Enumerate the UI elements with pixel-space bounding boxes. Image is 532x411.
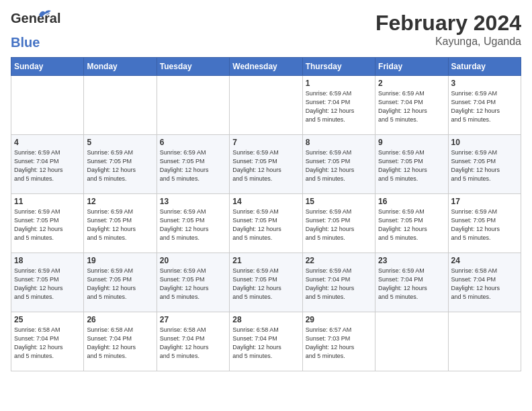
calendar-day-cell: 16Sunrise: 6:59 AM Sunset: 7:05 PM Dayli… [375,194,448,253]
logo-text: Blue [11,35,40,50]
day-info: Sunrise: 6:59 AM Sunset: 7:05 PM Dayligh… [451,148,518,183]
day-number: 19 [87,256,153,265]
day-number: 24 [451,256,518,265]
day-info: Sunrise: 6:59 AM Sunset: 7:04 PM Dayligh… [306,267,372,302]
calendar-day-cell [375,312,448,371]
day-info: Sunrise: 6:58 AM Sunset: 7:04 PM Dayligh… [232,326,299,361]
day-info: Sunrise: 6:59 AM Sunset: 7:05 PM Dayligh… [232,267,299,302]
weekday-header-cell: Tuesday [157,58,229,76]
day-info: Sunrise: 6:59 AM Sunset: 7:05 PM Dayligh… [306,148,372,183]
day-info: Sunrise: 6:59 AM Sunset: 7:04 PM Dayligh… [14,148,81,183]
calendar-day-cell: 13Sunrise: 6:59 AM Sunset: 7:05 PM Dayli… [157,194,229,253]
day-number: 15 [306,197,372,206]
calendar-day-cell [448,312,521,371]
day-info: Sunrise: 6:59 AM Sunset: 7:05 PM Dayligh… [306,208,372,242]
day-info: Sunrise: 6:59 AM Sunset: 7:05 PM Dayligh… [160,148,226,183]
calendar-week-row: 1Sunrise: 6:59 AM Sunset: 7:04 PM Daylig… [11,76,521,135]
day-info: Sunrise: 6:57 AM Sunset: 7:03 PM Dayligh… [306,326,372,361]
calendar-day-cell: 17Sunrise: 6:59 AM Sunset: 7:05 PM Dayli… [448,194,521,253]
calendar-week-row: 11Sunrise: 6:59 AM Sunset: 7:05 PM Dayli… [11,194,521,253]
calendar-day-cell [11,76,84,135]
calendar-day-cell: 18Sunrise: 6:59 AM Sunset: 7:05 PM Dayli… [11,253,84,312]
calendar-day-cell: 27Sunrise: 6:58 AM Sunset: 7:04 PM Dayli… [157,312,229,371]
day-number: 29 [306,315,372,324]
day-number: 25 [14,315,81,324]
weekday-header-cell: Monday [84,58,157,76]
day-number: 2 [378,79,445,88]
calendar-day-cell: 20Sunrise: 6:59 AM Sunset: 7:05 PM Dayli… [157,253,229,312]
calendar-day-cell: 8Sunrise: 6:59 AM Sunset: 7:05 PM Daylig… [302,135,375,194]
day-info: Sunrise: 6:59 AM Sunset: 7:05 PM Dayligh… [378,208,445,242]
calendar-day-cell: 2Sunrise: 6:59 AM Sunset: 7:04 PM Daylig… [375,76,448,135]
day-info: Sunrise: 6:58 AM Sunset: 7:04 PM Dayligh… [160,326,226,361]
logo-blue: Blue [11,35,40,50]
calendar-day-cell: 28Sunrise: 6:58 AM Sunset: 7:04 PM Dayli… [230,312,302,371]
calendar-day-cell: 23Sunrise: 6:59 AM Sunset: 7:04 PM Dayli… [375,253,448,312]
location-subtitle: Kayunga, Uganda [375,36,521,48]
day-info: Sunrise: 6:59 AM Sunset: 7:04 PM Dayligh… [378,89,445,124]
day-info: Sunrise: 6:59 AM Sunset: 7:05 PM Dayligh… [87,208,153,242]
weekday-header-cell: Friday [375,58,448,76]
calendar-day-cell: 5Sunrise: 6:59 AM Sunset: 7:05 PM Daylig… [84,135,157,194]
day-info: Sunrise: 6:59 AM Sunset: 7:05 PM Dayligh… [160,267,226,302]
calendar-day-cell: 24Sunrise: 6:58 AM Sunset: 7:04 PM Dayli… [448,253,521,312]
day-number: 10 [451,138,518,147]
calendar-day-cell: 9Sunrise: 6:59 AM Sunset: 7:05 PM Daylig… [375,135,448,194]
logo: General Blue [11,11,40,50]
weekday-header-cell: Sunday [11,58,84,76]
day-info: Sunrise: 6:59 AM Sunset: 7:05 PM Dayligh… [378,148,445,183]
day-info: Sunrise: 6:59 AM Sunset: 7:05 PM Dayligh… [14,267,81,302]
calendar-day-cell: 1Sunrise: 6:59 AM Sunset: 7:04 PM Daylig… [302,76,375,135]
day-info: Sunrise: 6:59 AM Sunset: 7:05 PM Dayligh… [232,148,299,183]
day-number: 7 [232,138,299,147]
page-header: General Blue February 2024 Kayunga, Ugan… [11,11,521,50]
calendar-day-cell: 26Sunrise: 6:58 AM Sunset: 7:04 PM Dayli… [84,312,157,371]
calendar-week-row: 25Sunrise: 6:58 AM Sunset: 7:04 PM Dayli… [11,312,521,371]
calendar-day-cell: 10Sunrise: 6:59 AM Sunset: 7:05 PM Dayli… [448,135,521,194]
calendar-day-cell: 21Sunrise: 6:59 AM Sunset: 7:05 PM Dayli… [230,253,302,312]
calendar-day-cell: 29Sunrise: 6:57 AM Sunset: 7:03 PM Dayli… [302,312,375,371]
day-number: 18 [14,256,81,265]
calendar-body: 1Sunrise: 6:59 AM Sunset: 7:04 PM Daylig… [11,76,521,371]
calendar-day-cell: 14Sunrise: 6:59 AM Sunset: 7:05 PM Dayli… [230,194,302,253]
calendar-day-cell: 6Sunrise: 6:59 AM Sunset: 7:05 PM Daylig… [157,135,229,194]
month-year-title: February 2024 [375,11,521,36]
day-info: Sunrise: 6:59 AM Sunset: 7:05 PM Dayligh… [232,208,299,242]
day-info: Sunrise: 6:59 AM Sunset: 7:05 PM Dayligh… [87,267,153,302]
day-number: 12 [87,197,153,206]
logo-general: General [11,11,60,26]
day-number: 21 [232,256,299,265]
calendar-day-cell: 19Sunrise: 6:59 AM Sunset: 7:05 PM Dayli… [84,253,157,312]
calendar-day-cell [230,76,302,135]
day-number: 22 [306,256,372,265]
calendar-day-cell: 15Sunrise: 6:59 AM Sunset: 7:05 PM Dayli… [302,194,375,253]
day-info: Sunrise: 6:59 AM Sunset: 7:05 PM Dayligh… [451,208,518,242]
calendar-week-row: 18Sunrise: 6:59 AM Sunset: 7:05 PM Dayli… [11,253,521,312]
day-number: 28 [232,315,299,324]
day-number: 5 [87,138,153,147]
calendar-day-cell: 11Sunrise: 6:59 AM Sunset: 7:05 PM Dayli… [11,194,84,253]
day-number: 13 [160,197,226,206]
day-number: 8 [306,138,372,147]
calendar-day-cell: 25Sunrise: 6:58 AM Sunset: 7:04 PM Dayli… [11,312,84,371]
day-number: 4 [14,138,81,147]
day-info: Sunrise: 6:59 AM Sunset: 7:04 PM Dayligh… [378,267,445,302]
day-info: Sunrise: 6:58 AM Sunset: 7:04 PM Dayligh… [87,326,153,361]
weekday-header-cell: Thursday [302,58,375,76]
calendar-day-cell: 7Sunrise: 6:59 AM Sunset: 7:05 PM Daylig… [230,135,302,194]
weekday-header-row: SundayMondayTuesdayWednesdayThursdayFrid… [11,58,521,76]
calendar-day-cell [157,76,229,135]
day-info: Sunrise: 6:58 AM Sunset: 7:04 PM Dayligh… [14,326,81,361]
day-number: 23 [378,256,445,265]
day-info: Sunrise: 6:59 AM Sunset: 7:05 PM Dayligh… [87,148,153,183]
day-number: 27 [160,315,226,324]
day-info: Sunrise: 6:59 AM Sunset: 7:04 PM Dayligh… [451,89,518,124]
day-number: 20 [160,256,226,265]
title-block: February 2024 Kayunga, Uganda [375,11,521,48]
calendar-day-cell: 4Sunrise: 6:59 AM Sunset: 7:04 PM Daylig… [11,135,84,194]
day-info: Sunrise: 6:58 AM Sunset: 7:04 PM Dayligh… [451,267,518,302]
day-number: 16 [378,197,445,206]
calendar-table: SundayMondayTuesdayWednesdayThursdayFrid… [11,57,521,371]
weekday-header-cell: Saturday [448,58,521,76]
calendar-day-cell: 12Sunrise: 6:59 AM Sunset: 7:05 PM Dayli… [84,194,157,253]
